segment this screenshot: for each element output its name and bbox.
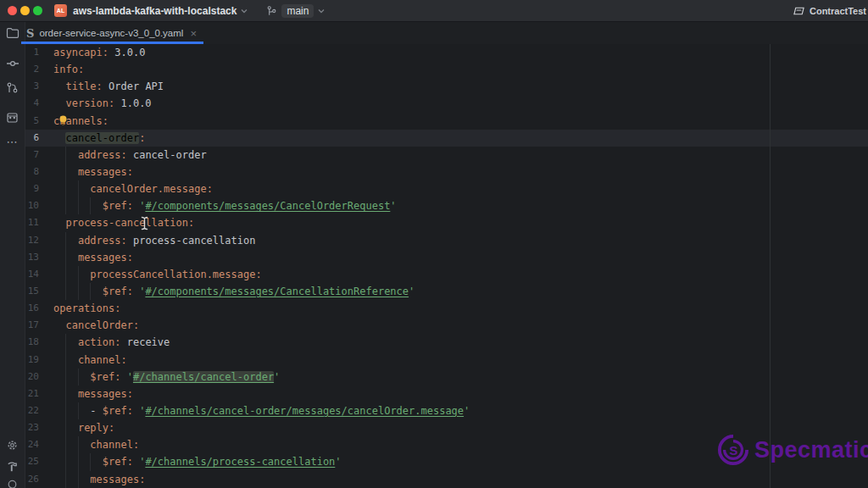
line-number: 8 (25, 164, 53, 180)
code-line[interactable]: 16operations: (25, 300, 868, 317)
line-number: 18 (25, 334, 53, 351)
indent-guide (65, 436, 66, 453)
project-name[interactable]: aws-lambda-kafka-with-localstack (73, 5, 236, 17)
code-token: $ref: (90, 371, 120, 383)
line-number: 10 (25, 197, 53, 214)
code-token: reply: (78, 422, 114, 434)
code-token (53, 97, 65, 109)
run-services-icon[interactable] (0, 478, 25, 488)
indent-guide (65, 453, 66, 470)
text-cursor-pointer (140, 216, 149, 230)
more-tool-windows-icon[interactable]: ⋯ (0, 130, 25, 152)
code-line[interactable]: 8 messages: (25, 164, 868, 180)
window-controls (0, 6, 42, 15)
code-line[interactable]: 12 address: process-cancellation (25, 232, 868, 249)
code-token: messages: (78, 252, 133, 263)
line-number: 11 (25, 214, 53, 231)
close-window-button[interactable] (8, 6, 17, 15)
indent-guide (65, 419, 66, 436)
pull-requests-icon[interactable] (0, 76, 25, 98)
tool-window-stripe: ⋯ (0, 22, 25, 488)
git-branch-widget[interactable]: main (266, 4, 325, 18)
tab-order-service-yaml[interactable]: S order-service-async-v3_0_0.yaml × (21, 22, 203, 44)
code-line[interactable]: 19 channel: (25, 352, 868, 369)
line-number: 2 (25, 61, 53, 78)
zoom-window-button[interactable] (33, 6, 42, 15)
code-token: address: (78, 235, 127, 247)
code-line[interactable]: 20 $ref: '#/channels/cancel-order' (25, 369, 868, 385)
branch-name: main (281, 4, 314, 18)
line-number: 7 (25, 147, 53, 164)
code-token: 3.0.0 (108, 47, 145, 58)
code-token (53, 371, 90, 383)
indent-guide (65, 402, 66, 419)
code-line[interactable]: 26 messages: (25, 471, 868, 488)
intention-bulb-icon[interactable] (58, 115, 68, 126)
indent-guide (65, 385, 66, 402)
code-token: messages: (78, 166, 133, 178)
code-token: info: (53, 64, 84, 75)
git-branch-icon (266, 5, 277, 17)
code-line[interactable]: 1asyncapi: 3.0.0 (25, 44, 868, 61)
code-line[interactable]: 18 action: receive (25, 334, 868, 351)
code-token: ' (133, 405, 145, 417)
indent-guide (65, 147, 66, 164)
code-token: $ref: (103, 200, 133, 212)
code-line[interactable]: 3 title: Order API (25, 78, 868, 95)
settings-gear-icon[interactable] (0, 434, 25, 456)
editor-tab-bar: S order-service-async-v3_0_0.yaml × (25, 22, 868, 44)
code-token (53, 439, 90, 451)
structure-icon[interactable] (0, 107, 25, 129)
close-tab-icon[interactable]: × (190, 28, 197, 39)
code-token: ' (133, 286, 145, 297)
code-line[interactable]: 13 messages: (25, 249, 868, 266)
code-line[interactable]: 15 $ref: '#/components/messages/Cancella… (25, 283, 868, 300)
code-token: title: (65, 80, 102, 92)
ref-link[interactable]: #/channels/cancel-order (133, 371, 274, 383)
code-token (53, 217, 65, 229)
commit-icon[interactable] (0, 53, 25, 75)
code-token: process-cancellation (127, 235, 256, 247)
ref-link[interactable]: #/components/messages/CancellationRefere… (145, 286, 409, 297)
line-number: 4 (25, 95, 53, 112)
ref-link[interactable]: #/channels/cancel-order/messages/cancelO… (145, 405, 464, 417)
code-line[interactable]: 22 - $ref: '#/channels/cancel-order/mess… (25, 402, 868, 419)
code-line[interactable]: 5channels: (25, 113, 868, 130)
code-line[interactable]: 2info: (25, 61, 868, 78)
code-editor[interactable]: 1asyncapi: 3.0.02info:3 title: Order API… (25, 44, 868, 488)
code-token (53, 319, 65, 331)
indent-guide (65, 180, 66, 197)
indent-guide (78, 197, 79, 214)
code-token: $ref: (103, 286, 133, 297)
code-line[interactable]: 9 cancelOrder.message: (25, 180, 868, 197)
minimize-window-button[interactable] (20, 6, 30, 15)
line-number: 23 (25, 419, 53, 436)
line-number: 26 (25, 471, 53, 488)
code-token: cancelOrder: (65, 319, 139, 331)
line-number: 9 (25, 180, 53, 197)
code-line[interactable]: 21 messages: (25, 385, 868, 402)
code-line[interactable]: 17 cancelOrder: (25, 317, 868, 334)
code-line[interactable]: 4 version: 1.0.0 (25, 95, 868, 112)
ref-link[interactable]: #/channels/process-cancellation (145, 456, 335, 468)
line-number: 16 (25, 300, 53, 317)
code-line[interactable]: 14 processCancellation.message: (25, 266, 868, 283)
ref-link[interactable]: #/components/messages/CancelOrderRequest (145, 200, 390, 212)
line-number: 3 (25, 78, 53, 95)
code-token: Order API (103, 80, 164, 92)
line-number: 6 (25, 130, 53, 147)
code-line[interactable]: 7 address: cancel-order (25, 147, 868, 164)
code-token: channel: (78, 354, 127, 366)
code-line[interactable]: 11 process-cancellation: (25, 214, 868, 231)
code-token: - (90, 405, 102, 417)
code-line[interactable]: 10 $ref: '#/components/messages/CancelOr… (25, 197, 868, 214)
contract-test-button[interactable]: ContractTest (810, 6, 866, 16)
build-hammer-icon[interactable] (0, 456, 25, 478)
code-line[interactable]: 6 cancel-order: (25, 130, 868, 147)
chevron-down-icon[interactable] (241, 8, 248, 14)
line-number: 20 (25, 369, 53, 385)
project-icon: AL (54, 4, 67, 17)
code-token: version: (65, 97, 114, 109)
line-number: 14 (25, 266, 53, 283)
code-token: channel: (90, 439, 139, 451)
